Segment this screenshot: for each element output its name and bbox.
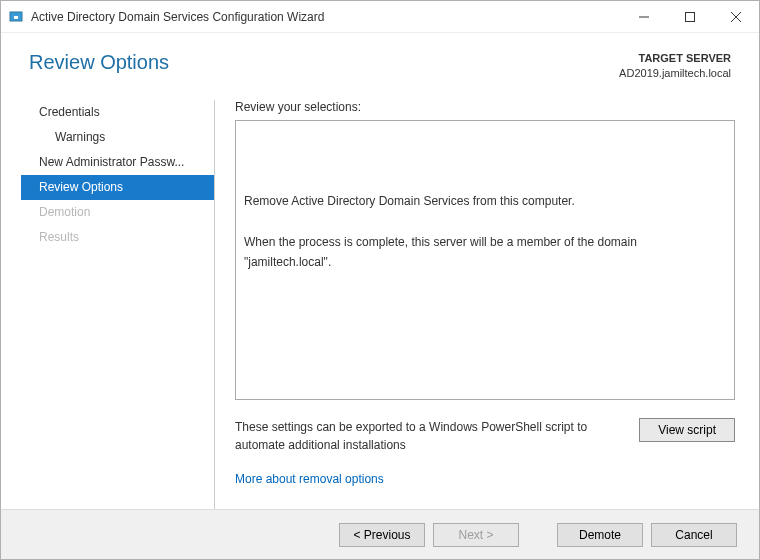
maximize-button[interactable]: [667, 2, 713, 32]
sidebar-item-demotion: Demotion: [21, 200, 214, 225]
close-button[interactable]: [713, 2, 759, 32]
target-server-label: TARGET SERVER: [619, 51, 731, 66]
cancel-button[interactable]: Cancel: [651, 523, 737, 547]
page-title: Review Options: [29, 51, 169, 74]
wizard-sidebar: Credentials Warnings New Administrator P…: [21, 100, 215, 509]
header: Review Options TARGET SERVER AD2019.jami…: [1, 33, 759, 100]
sidebar-item-new-admin-password[interactable]: New Administrator Passw...: [21, 150, 214, 175]
sidebar-item-credentials[interactable]: Credentials: [21, 100, 214, 125]
app-icon: [9, 9, 25, 25]
target-server-info: TARGET SERVER AD2019.jamiltech.local: [619, 51, 731, 82]
main-panel: Review your selections: Remove Active Di…: [215, 100, 759, 509]
target-server-name: AD2019.jamiltech.local: [619, 66, 731, 81]
export-row: These settings can be exported to a Wind…: [235, 418, 735, 454]
sidebar-item-warnings[interactable]: Warnings: [21, 125, 214, 150]
view-script-button[interactable]: View script: [639, 418, 735, 442]
minimize-button[interactable]: [621, 2, 667, 32]
svg-rect-1: [14, 16, 18, 19]
titlebar: Active Directory Domain Services Configu…: [1, 1, 759, 33]
svg-rect-3: [686, 12, 695, 21]
more-about-link[interactable]: More about removal options: [235, 472, 735, 486]
review-line-2: When the process is complete, this serve…: [244, 232, 726, 273]
previous-button[interactable]: < Previous: [339, 523, 425, 547]
review-line-1: Remove Active Directory Domain Services …: [244, 191, 726, 211]
next-button: Next >: [433, 523, 519, 547]
export-text: These settings can be exported to a Wind…: [235, 418, 627, 454]
demote-button[interactable]: Demote: [557, 523, 643, 547]
review-selections-box[interactable]: Remove Active Directory Domain Services …: [235, 120, 735, 400]
sidebar-item-review-options[interactable]: Review Options: [21, 175, 214, 200]
review-label: Review your selections:: [235, 100, 735, 114]
sidebar-item-results: Results: [21, 225, 214, 250]
body: Credentials Warnings New Administrator P…: [1, 100, 759, 509]
footer: < Previous Next > Demote Cancel: [1, 509, 759, 559]
window-title: Active Directory Domain Services Configu…: [31, 10, 324, 24]
